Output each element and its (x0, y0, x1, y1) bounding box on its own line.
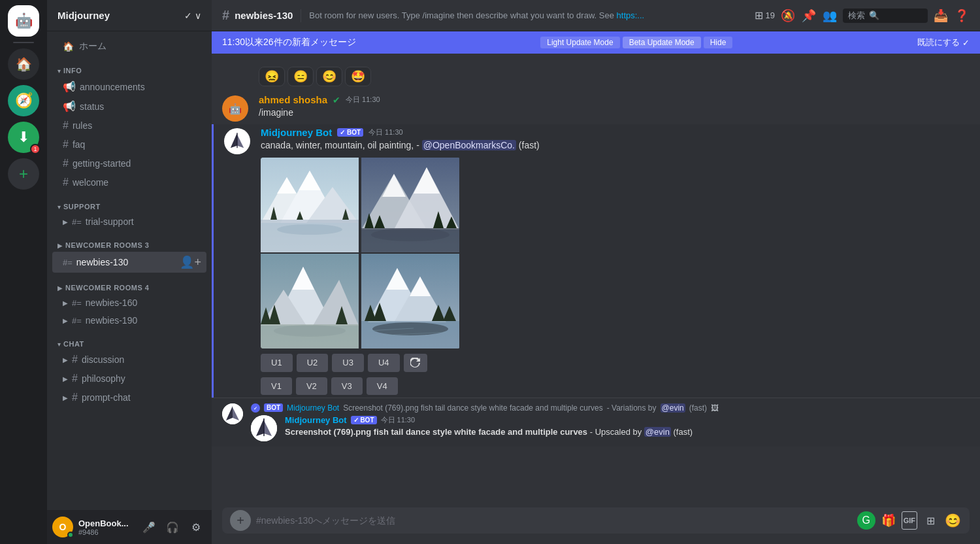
pin-button[interactable]: 📌 (801, 8, 817, 24)
channel-name-rules: rules (73, 120, 201, 131)
section-chat[interactable]: ▾ CHAT (47, 330, 212, 350)
main-content: # newbies-130 Bot room for new users. Ty… (212, 0, 980, 544)
channel-welcome[interactable]: # welcome (52, 173, 206, 192)
channel-announcements[interactable]: 📢 announcements (52, 77, 206, 96)
input-area: + G 🎁 GIF ⊞ 😊 (212, 502, 980, 544)
message-group-1: 🤖 ahmed shosha ✔ 今日 11:30 /imagine (212, 92, 980, 124)
add-file-button[interactable]: + (230, 510, 251, 531)
grammarly-icon[interactable]: G (857, 511, 875, 530)
username: OpenBook... (78, 518, 133, 528)
sidebar-item-home[interactable]: 🏠 ホーム (52, 37, 206, 56)
message-content-1: ahmed shosha ✔ 今日 11:30 /imagine (259, 94, 970, 122)
section-newcomer3[interactable]: ▶ NEWCOMER ROOMS 3 (47, 231, 212, 252)
arrow-icon2: ▾ (57, 203, 61, 211)
members-button[interactable]: 👥 (822, 8, 838, 24)
banner-tab-beta[interactable]: Beta Update Mode (623, 37, 701, 48)
v3-button[interactable]: V3 (331, 377, 363, 395)
search-box[interactable]: 検索 🔍 (843, 8, 928, 23)
topbar-link[interactable]: https:... (617, 10, 645, 20)
reaction-btn-1[interactable]: 😖 (259, 67, 285, 86)
message-text-2: canada, winter, mountain, oil painting, … (261, 139, 970, 152)
hash-icon7: # (72, 392, 78, 403)
svg-point-11 (277, 224, 342, 235)
topbar: # newbies-130 Bot room for new users. Ty… (212, 0, 980, 31)
channel-philosophy[interactable]: ▶ # philosophy (52, 369, 206, 388)
u2-button[interactable]: U2 (297, 354, 329, 372)
megaphone-icon: 📢 (63, 80, 76, 93)
thread-icon: ⊞ (755, 9, 763, 22)
u4-button[interactable]: U4 (368, 354, 400, 372)
avatar-ahmed: 🤖 (222, 95, 248, 122)
apps-icon[interactable]: ⊞ (921, 511, 939, 530)
channel-newbies-130[interactable]: #= newbies-130 👤+ (52, 252, 206, 273)
channel-newbies-190[interactable]: ▶ #= newbies-190 (52, 312, 206, 329)
mark-read-button[interactable]: 既読にする ✓ (917, 37, 970, 48)
collapsed-mention[interactable]: @evin (661, 403, 685, 413)
home-icon: 🏠 (63, 41, 74, 52)
collapsed-full-speed: (fast) (673, 427, 693, 437)
mic-button[interactable]: 🎤 (139, 517, 159, 537)
server-divider (13, 42, 34, 43)
emoji-button[interactable]: 😊 (943, 511, 962, 530)
arrow-icon: ▾ (57, 67, 61, 75)
hash-icon-topbar: # (222, 8, 229, 23)
section-newcomer3-label: NEWCOMER ROOMS 3 (65, 241, 149, 249)
section-newcomer4[interactable]: ▶ NEWCOMER ROOMS 4 (47, 273, 212, 294)
v1-button[interactable]: V1 (261, 377, 292, 395)
reaction-btn-2[interactable]: 😑 (287, 67, 314, 86)
channel-trial-support[interactable]: ▶ #= trial-support (52, 213, 206, 230)
u1-button[interactable]: U1 (261, 354, 293, 372)
reaction-btn-3[interactable]: 😊 (316, 67, 342, 86)
banner-tab-hide[interactable]: Hide (704, 37, 733, 48)
search-text: 検索 (848, 10, 865, 22)
v4-button[interactable]: V4 (367, 377, 398, 395)
headset-button[interactable]: 🎧 (162, 517, 183, 537)
server-icon-midjourney[interactable]: 🤖 (8, 5, 39, 37)
refresh-button[interactable] (404, 354, 427, 372)
v2-button[interactable]: V2 (296, 377, 327, 395)
settings-button[interactable]: ⚙ (186, 517, 206, 537)
message-input[interactable] (256, 507, 852, 534)
section-support[interactable]: ▾ SUPPORT (47, 192, 212, 213)
channel-newbies-160[interactable]: ▶ #= newbies-160 (52, 294, 206, 311)
add-member-icon[interactable]: 👤+ (180, 255, 201, 269)
user-tag: #9486 (78, 528, 133, 536)
channel-name-discussion: discussion (82, 354, 201, 365)
u3-button[interactable]: U3 (332, 354, 364, 372)
collapsed-full-mention[interactable]: @evin (644, 427, 671, 437)
channel-discussion[interactable]: ▶ # discussion (52, 350, 206, 369)
section-info[interactable]: ▾ INFO (47, 56, 212, 77)
mountain-scene-2 (361, 158, 459, 252)
new-messages-text: 11:30以来26件の新着メッセージ (222, 37, 356, 48)
server-icon-home[interactable]: 🏠 (8, 48, 39, 80)
reaction-btn-4[interactable]: 🤩 (345, 67, 371, 86)
server-icon-download[interactable]: ⬇ 1 (8, 122, 39, 153)
server-icon-compass[interactable]: 🧭 (8, 85, 39, 116)
messages-area: 😖 😑 😊 🤩 🤖 ahmed shosha ✔ 今日 11:30 /imagi… (212, 54, 980, 502)
svg-point-35 (274, 325, 346, 337)
gift-icon[interactable]: 🎁 (879, 511, 898, 530)
sidebar-header[interactable]: Midjourney ✓ ∨ (47, 0, 212, 31)
collapse-arrow2: ▶ (63, 299, 68, 307)
action-buttons-row-1: U1 U2 U3 U4 (261, 354, 970, 372)
channel-prompt-chat[interactable]: ▶ # prompt-chat (52, 388, 206, 407)
banner-tab-light[interactable]: Light Update Mode (540, 37, 619, 48)
gif-button[interactable]: GIF (902, 511, 917, 530)
server-icon-add[interactable]: + (8, 158, 39, 190)
channel-getting-started[interactable]: # getting-started (52, 154, 206, 173)
channel-rules[interactable]: # rules (52, 116, 206, 135)
channel-name-newbies-160: newbies-160 (86, 298, 201, 308)
hash-double-icon4: #= (72, 316, 82, 326)
channel-status[interactable]: 📢 status (52, 97, 206, 116)
svg-point-46 (372, 322, 448, 335)
channel-name-philosophy: philosophy (82, 373, 201, 384)
inbox-button[interactable]: 📥 (933, 8, 949, 24)
image-2 (361, 158, 459, 252)
server-name: Midjourney (57, 10, 110, 21)
channel-faq[interactable]: # faq (52, 135, 206, 154)
mention-openbookmarksco[interactable]: @OpenBookmarksCo. (422, 140, 516, 150)
channel-name-welcome: welcome (73, 177, 201, 188)
help-button[interactable]: ❓ (954, 8, 970, 24)
notification-mute-button[interactable]: 🔕 (780, 8, 796, 24)
user-area: O OpenBook... #9486 🎤 🎧 ⚙ (47, 510, 212, 544)
